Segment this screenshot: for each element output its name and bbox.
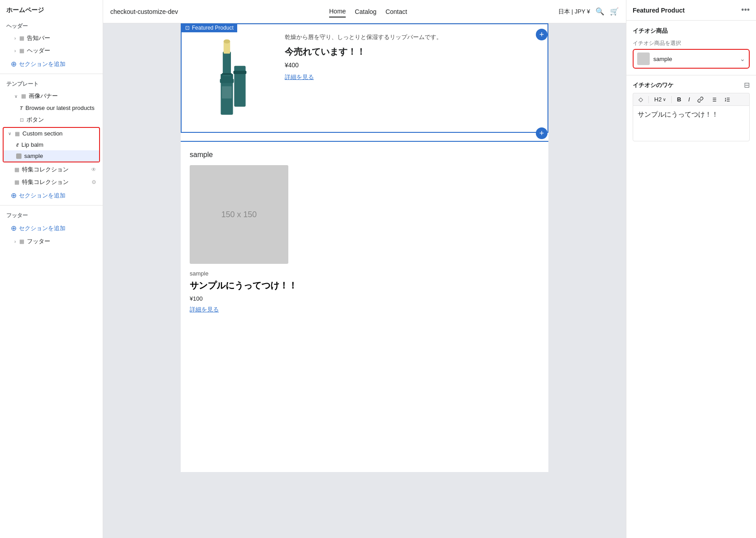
tab-contact[interactable]: Contact [386,6,407,17]
currency-selector[interactable]: 日本 | JPY ¥ [558,8,590,16]
page-frame: ⊡ Featured Product + [181,23,548,472]
top-bar: checkout-customize-dev Home Catalog Cont… [103,0,626,23]
add-section-header-btn[interactable]: ⊕ セクションを追加 [0,57,103,71]
sidebar-item-custom-section[interactable]: ∨ ▦ Custom section [4,128,99,139]
search-icon[interactable]: 🔍 [595,7,604,16]
link-btn[interactable] [695,96,706,104]
list-ordered-btn[interactable] [721,96,733,104]
tab-catalog[interactable]: Catalog [355,6,376,17]
product-image [195,33,267,123]
cart-icon[interactable]: 🛒 [610,7,619,16]
product-title: 今売れています！！ [285,46,539,58]
expand-icon: › [14,239,16,244]
product-detail-link[interactable]: 詳細を見る [285,73,539,81]
reset-icon[interactable]: ⊟ [744,81,750,89]
product-select-control[interactable]: sample ⌄ [633,49,750,69]
grid-icon: ▦ [19,35,24,41]
featured-product-label: ⊡ Featured Product [182,23,237,32]
sidebar-item-lip-balm[interactable]: ℓ Lip balm [4,139,99,150]
product-details: 乾燥から唇を守り、しっとりと保湿するリップバームです。 今売れています！！ ¥4… [285,33,539,123]
product-thumb-icon [16,153,22,159]
sidebar-item-browse[interactable]: T Browse our latest products [0,102,103,114]
product-thumbnail [637,52,650,65]
plus-icon: ⊕ [11,224,17,232]
list-ul-icon [711,96,717,103]
svg-point-5 [224,39,230,44]
tab-bar: Home Catalog Contact [182,6,554,17]
italic-btn[interactable]: I [686,95,693,104]
custom-section-group: ∨ ▦ Custom section ℓ Lip balm sample [3,127,100,162]
selected-product-name: sample [653,56,736,62]
right-panel: Featured Product ••• イチオシ商品 イチオシ商品を選択 sa… [626,0,756,538]
list-unordered-btn[interactable] [708,96,720,104]
plus-icon: ⊕ [11,60,17,68]
svg-rect-3 [223,52,231,76]
add-section-template-btn[interactable]: ⊕ セクションを追加 [0,188,103,202]
product-price: ¥400 [285,61,539,69]
rich-text-section: イチオシのワケ ⊟ ◇ H2 ∨ B I [626,75,756,147]
product-section-label: イチオシ商品 [633,27,750,35]
rich-text-editor[interactable]: サンプルにうってつけ！！ [633,105,750,141]
label-icon: ⊡ [185,25,190,31]
bold-btn[interactable]: B [674,95,684,104]
sidebar-item-header[interactable]: › ▦ ヘッダー [0,44,103,57]
tab-home[interactable]: Home [329,6,346,17]
product-image-area [191,33,271,123]
link-icon [697,96,704,103]
divider [0,74,103,74]
sample-product-image: 150 x 150 [190,165,288,264]
grid-icon: ▦ [19,48,24,54]
format-btn[interactable]: ◇ [636,95,646,104]
grid-icon: ▦ [15,131,20,137]
svg-rect-6 [222,73,232,75]
grid-icon: ▦ [14,179,19,185]
add-block-top-btn[interactable]: + [536,29,547,40]
expand-icon: › [14,36,16,41]
expand-icon: ∨ [14,94,17,99]
text-icon: T [20,105,23,111]
sidebar-item-image-banner[interactable]: ∨ ▦ 画像バナー [0,90,103,102]
toolbar-sep2 [671,96,672,103]
sidebar-item-sample[interactable]: sample [4,150,99,162]
store-nav-right: 日本 | JPY ¥ 🔍 🛒 [558,7,619,16]
product-description: 乾燥から唇を守り、しっとりと保湿するリップバームです。 [285,33,539,41]
sidebar-item-featured-collection2[interactable]: ▦ 特集コレクション ⚙ [0,176,103,188]
svg-rect-8 [233,71,246,74]
featured-product-section[interactable]: ⊡ Featured Product + [181,23,548,133]
sample-product-title: サンプルにうってつけ！！ [190,280,539,292]
toolbar-sep [648,96,649,103]
svg-rect-9 [222,86,232,98]
sidebar-item-button[interactable]: ⊡ ボタン [0,114,103,126]
canvas-area: ⊡ Featured Product + [103,23,626,538]
svg-rect-2 [220,79,234,83]
sidebar-item-footer[interactable]: › ▦ フッター [0,235,103,248]
sidebar-item-announcement[interactable]: › ▦ 告知バー [0,32,103,44]
left-sidebar: ホームページ ヘッダー › ▦ 告知バー › ▦ ヘッダー ⊕ セクションを追加… [0,0,103,538]
add-block-bottom-btn[interactable]: + [536,127,547,139]
product-icon: ℓ [16,142,19,148]
sidebar-item-featured-collection1[interactable]: ▦ 特集コレクション 👁 [0,163,103,176]
page-title: ホームページ [0,0,103,19]
right-panel-header: Featured Product ••• [626,0,756,21]
add-section-footer-btn[interactable]: ⊕ セクションを追加 [0,221,103,235]
main-area: checkout-customize-dev Home Catalog Cont… [103,0,626,538]
list-ol-icon [724,96,730,103]
button-icon: ⊡ [20,117,24,123]
expand-icon: ∨ [8,131,11,136]
sample-product-price: ¥100 [190,295,539,302]
sample-section-title: sample [190,151,539,159]
sample-product-label: sample [190,270,539,277]
settings-icon: ⚙ [91,179,96,185]
product-content: 乾燥から唇を守り、しっとりと保湿するリップバームです。 今売れています！！ ¥4… [182,24,547,132]
sample-section[interactable]: sample 150 x 150 sample サンプルにうってつけ！！ ¥10… [181,141,548,323]
divider [0,205,103,206]
right-panel-title: Featured Product [633,7,685,14]
description-label: イチオシのワケ [633,81,673,89]
image-icon: ▦ [21,93,26,99]
chevron-down-icon: ⌄ [740,55,745,62]
grid-icon: ▦ [19,238,24,245]
select-field-label: イチオシ商品を選択 [633,39,750,47]
more-options-btn[interactable]: ••• [741,5,750,15]
heading-btn[interactable]: H2 ∨ [652,95,669,104]
sample-detail-link[interactable]: 詳細を見る [190,306,539,314]
